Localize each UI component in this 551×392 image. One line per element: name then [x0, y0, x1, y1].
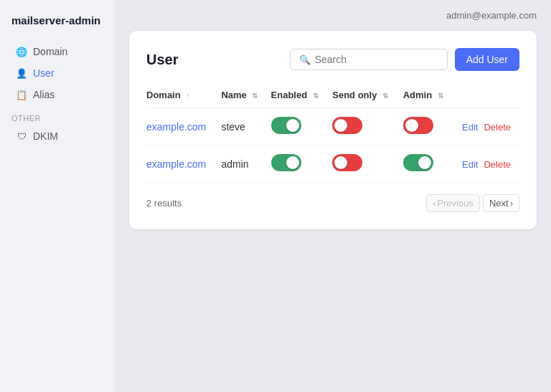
pagination: ‹ Previous Next › — [426, 194, 519, 212]
col-enabled[interactable]: Enabled ⇅ — [271, 84, 333, 108]
sort-icon: ⇅ — [313, 92, 319, 100]
sidebar-item-user[interactable]: 👤 User — [4, 62, 110, 84]
cell-actions: EditDelete — [456, 145, 519, 183]
user-card: User 🔍 Add User Domain ↑ — [129, 31, 537, 229]
sidebar-item-label: Domain — [33, 46, 67, 57]
cell-admin — [403, 108, 457, 145]
sidebar: mailserver-admin 🌐 Domain 👤 User 📋 Alias… — [0, 0, 115, 392]
results-count: 2 results — [146, 198, 182, 209]
sidebar-nav: 🌐 Domain 👤 User 📋 Alias — [0, 41, 115, 105]
delete-button[interactable]: Delete — [484, 159, 511, 170]
send-only-toggle[interactable] — [332, 117, 362, 134]
table-header-row: Domain ↑ Name ⇅ Enabled ⇅ Send only — [146, 84, 519, 108]
edit-button[interactable]: Edit — [462, 159, 478, 170]
topbar: admin@example.com — [115, 0, 551, 31]
cell-send-only — [332, 145, 402, 183]
user-table: Domain ↑ Name ⇅ Enabled ⇅ Send only — [146, 84, 519, 183]
user-icon: 👤 — [16, 67, 27, 79]
send-only-toggle[interactable] — [332, 154, 362, 171]
chevron-left-icon: ‹ — [433, 198, 435, 209]
sidebar-item-label: DKIM — [33, 130, 58, 142]
sidebar-item-dkim[interactable]: 🛡 DKIM — [4, 125, 110, 147]
admin-email: admin@example.com — [446, 10, 537, 21]
cell-name: steve — [221, 108, 270, 145]
cell-domain[interactable]: example.com — [146, 108, 221, 145]
table-footer: 2 results ‹ Previous Next › — [146, 194, 519, 212]
previous-button[interactable]: ‹ Previous — [426, 194, 480, 212]
main-area: admin@example.com User 🔍 Add User — [115, 0, 551, 392]
toggle-knob — [418, 156, 431, 169]
col-name[interactable]: Name ⇅ — [221, 84, 270, 108]
sidebar-item-label: User — [33, 67, 55, 79]
enabled-toggle[interactable] — [271, 117, 301, 134]
card-title: User — [146, 52, 178, 68]
sidebar-item-domain[interactable]: 🌐 Domain — [4, 41, 110, 62]
edit-button[interactable]: Edit — [462, 122, 478, 133]
sort-icon: ⇅ — [438, 92, 443, 100]
admin-toggle[interactable] — [403, 154, 433, 171]
enabled-toggle[interactable] — [271, 154, 301, 171]
alias-icon: 📋 — [16, 89, 27, 100]
table-row: example.comsteveEditDelete — [146, 108, 519, 145]
cell-send-only — [332, 108, 402, 145]
toggle-knob — [334, 156, 347, 169]
cell-admin — [403, 145, 457, 183]
sort-icon: ⇅ — [252, 92, 258, 100]
chevron-right-icon: › — [510, 198, 513, 209]
sidebar-item-alias[interactable]: 📋 Alias — [4, 84, 110, 105]
sidebar-item-label: Alias — [33, 89, 55, 100]
toggle-knob — [405, 119, 418, 132]
toggle-knob — [286, 156, 299, 169]
content-area: User 🔍 Add User Domain ↑ — [115, 31, 551, 392]
search-box[interactable]: 🔍 — [290, 49, 448, 70]
shield-icon: 🛡 — [16, 130, 27, 142]
cell-domain[interactable]: example.com — [146, 145, 221, 183]
globe-icon: 🌐 — [16, 46, 27, 57]
table-head: Domain ↑ Name ⇅ Enabled ⇅ Send only — [146, 84, 519, 108]
cell-enabled — [271, 145, 333, 183]
search-icon: 🔍 — [299, 54, 311, 65]
search-input[interactable] — [315, 54, 438, 65]
cell-actions: EditDelete — [456, 108, 519, 145]
next-button[interactable]: Next › — [483, 194, 519, 212]
cell-enabled — [271, 108, 333, 145]
sort-icon: ⇅ — [382, 92, 388, 100]
add-user-button[interactable]: Add User — [455, 48, 519, 71]
app-logo: mailserver-admin — [0, 14, 115, 41]
sort-asc-icon: ↑ — [186, 92, 189, 100]
other-section-label: OTHER — [0, 105, 115, 125]
col-send-only[interactable]: Send only ⇅ — [332, 84, 402, 108]
table-row: example.comadminEditDelete — [146, 145, 519, 183]
cell-name: admin — [221, 145, 270, 183]
table-body: example.comsteveEditDeleteexample.comadm… — [146, 108, 519, 183]
toggle-knob — [334, 119, 347, 132]
col-domain[interactable]: Domain ↑ — [146, 84, 221, 108]
card-header: User 🔍 Add User — [146, 48, 519, 71]
toggle-knob — [286, 119, 299, 132]
admin-toggle[interactable] — [403, 117, 433, 134]
col-actions — [456, 84, 519, 108]
card-header-actions: 🔍 Add User — [290, 48, 519, 71]
delete-button[interactable]: Delete — [484, 122, 511, 133]
col-admin[interactable]: Admin ⇅ — [403, 84, 457, 108]
